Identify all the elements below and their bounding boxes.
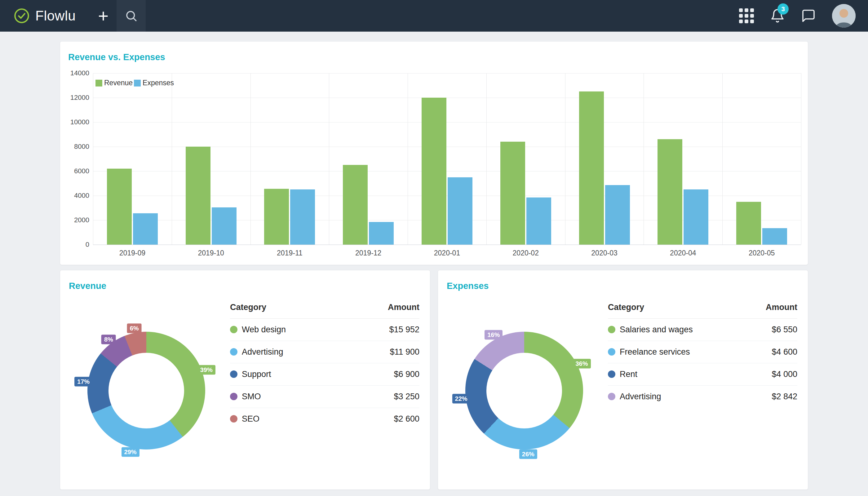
bar-expenses-2020-02 <box>526 198 551 245</box>
table-row: Advertising $2 842 <box>608 386 797 408</box>
table-row: Web design $15 952 <box>230 319 419 341</box>
bar-revenue-2019-09 <box>107 169 132 245</box>
bar-revenue-2019-11 <box>264 189 289 245</box>
bar-expenses-2019-11 <box>290 189 315 245</box>
revenue-expenses-bar-chart: 020004000600080001000012000140002019-092… <box>67 73 801 259</box>
revenue-category-table: Category Amount Web design $15 952 Adver… <box>230 303 419 430</box>
table-row: Support $6 900 <box>230 363 419 386</box>
brand-name: Flowlu <box>35 8 76 24</box>
chat-icon <box>801 9 816 23</box>
bar-revenue-2019-12 <box>343 165 368 245</box>
bar-expenses-2020-05 <box>762 228 787 245</box>
revenue-vs-expenses-title: Revenue vs. Expenses <box>67 52 801 63</box>
category-color-dot <box>230 326 237 333</box>
percent-badge: 36% <box>573 359 591 368</box>
revenue-card-title: Revenue <box>69 281 421 291</box>
revenue-vs-expenses-card: Revenue vs. Expenses 0200040006000800010… <box>60 41 808 265</box>
apps-menu-button[interactable] <box>739 9 754 23</box>
bar-revenue-2020-04 <box>657 139 682 245</box>
percent-badge: 16% <box>484 330 502 340</box>
bar-revenue-2020-05 <box>736 202 761 245</box>
dashboard-main: Revenue vs. Expenses 0200040006000800010… <box>0 32 868 490</box>
category-color-dot <box>230 415 237 422</box>
expenses-donut-chart: 36%26%22%16% <box>465 332 583 450</box>
bar-expenses-2020-03 <box>605 185 630 245</box>
expenses-card-title: Expenses <box>447 281 799 291</box>
percent-badge: 6% <box>127 323 142 333</box>
notification-badge: 3 <box>777 3 789 15</box>
revenue-donut-chart: 39%29%17%8%6% <box>88 332 205 450</box>
bar-revenue-2020-02 <box>500 142 525 245</box>
expenses-card: Expenses 36%26%22%16% Category Amount Sa… <box>438 270 808 490</box>
apps-grid-icon <box>739 9 754 23</box>
category-color-dot <box>230 348 237 356</box>
table-row: Advertising $11 900 <box>230 341 419 363</box>
table-row: Freelance services $4 600 <box>608 341 797 363</box>
percent-badge: 39% <box>198 365 215 374</box>
bar-expenses-2020-04 <box>684 189 708 245</box>
bar-revenue-2019-10 <box>186 146 211 245</box>
chart-legend: RevenueExpenses <box>95 79 175 87</box>
add-button[interactable]: + <box>93 0 113 32</box>
notifications-button[interactable]: 3 <box>770 9 785 23</box>
amount-column-header: Amount <box>351 303 419 319</box>
logo-check-icon <box>14 8 30 24</box>
category-color-dot <box>608 393 615 400</box>
category-column-header: Category <box>230 303 351 319</box>
search-button[interactable] <box>117 0 146 32</box>
search-icon <box>125 9 138 22</box>
percent-badge: 22% <box>452 394 470 403</box>
bar-expenses-2020-01 <box>448 177 472 245</box>
category-color-dot <box>608 326 615 333</box>
bar-expenses-2019-09 <box>133 213 158 245</box>
category-column-header: Category <box>608 303 746 319</box>
expenses-category-table: Category Amount Salaries and wages $6 55… <box>608 303 797 408</box>
table-row: SEO $2 600 <box>230 408 419 430</box>
percent-badge: 26% <box>519 449 537 459</box>
table-row: Salaries and wages $6 550 <box>608 319 797 341</box>
percent-badge: 29% <box>121 447 139 457</box>
messages-button[interactable] <box>801 9 816 23</box>
flowlu-logo[interactable]: Flowlu <box>14 8 76 24</box>
percent-badge: 17% <box>74 377 92 386</box>
top-navbar: Flowlu + 3 <box>0 0 868 32</box>
bar-revenue-2020-01 <box>422 98 446 245</box>
percent-badge: 8% <box>102 335 116 344</box>
revenue-card: Revenue 39%29%17%8%6% Category Amount We… <box>60 270 430 490</box>
bar-expenses-2019-12 <box>369 222 394 245</box>
category-color-dot <box>608 348 615 356</box>
table-row: SMO $3 250 <box>230 386 419 408</box>
table-row: Rent $4 000 <box>608 363 797 386</box>
category-color-dot <box>230 393 237 400</box>
bar-expenses-2019-10 <box>212 207 236 245</box>
bar-revenue-2020-03 <box>579 91 604 245</box>
amount-column-header: Amount <box>746 303 797 319</box>
user-avatar[interactable] <box>832 4 856 28</box>
category-color-dot <box>230 370 237 378</box>
category-color-dot <box>608 370 615 378</box>
